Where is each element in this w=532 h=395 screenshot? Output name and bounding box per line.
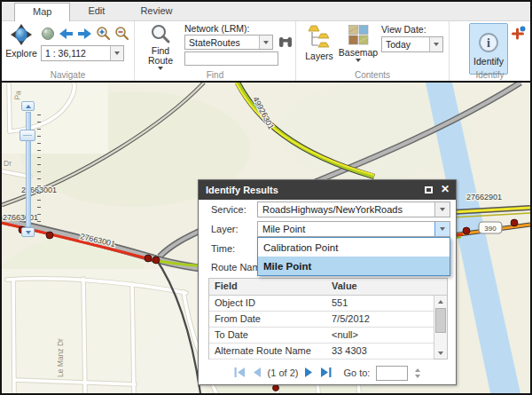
group-label-identify: Identify	[450, 70, 530, 80]
zoom-slider-ticks	[37, 115, 41, 225]
application-window: Map Edit Review Explore	[0, 0, 532, 395]
forward-arrow-icon[interactable]	[77, 28, 92, 43]
layer-label: Layer:	[211, 221, 239, 237]
basemap-label: Basemap	[339, 47, 378, 58]
layer-combobox[interactable]: Mile Point	[257, 221, 450, 237]
dialog-title: Identify Results	[206, 185, 278, 195]
page-status: (1 of 2)	[268, 367, 299, 378]
attributes-table: Field Value Object ID 551 From Date 7/5/…	[208, 278, 448, 359]
ribbon: Explore	[2, 21, 530, 81]
network-value: StateRoutes	[189, 36, 258, 49]
back-arrow-icon[interactable]	[59, 28, 74, 43]
network-lrm-label: Network (LRM):	[184, 23, 250, 34]
first-page-button[interactable]	[234, 367, 246, 379]
goto-label: Go to:	[343, 367, 370, 378]
zoom-slider-up-button[interactable]	[21, 101, 35, 111]
identify-results-dialog: Identify Results ✕ Service: RoadsHighway…	[198, 179, 457, 385]
value-cell: <null>	[326, 328, 433, 343]
tab-map[interactable]: Map	[14, 3, 70, 21]
group-find: Find Route Network (LRM): StateRoutes Fi…	[135, 21, 296, 81]
view-date-dropdown-arrow[interactable]	[429, 37, 442, 51]
network-dropdown-arrow[interactable]	[259, 36, 272, 49]
scale-dropdown-arrow[interactable]	[110, 46, 123, 60]
close-icon[interactable]: ✕	[441, 183, 450, 195]
identify-button-label: Identify	[473, 56, 504, 67]
field-cell: Alternate Route Name	[209, 344, 326, 359]
scale-value: 1 : 36,112	[45, 46, 109, 60]
identify-button[interactable]: i Identify	[469, 23, 508, 75]
last-page-button[interactable]	[320, 367, 332, 379]
svg-text:390: 390	[484, 225, 497, 233]
identify-route-tool-icon[interactable]	[512, 26, 526, 43]
scale-combobox[interactable]: 1 : 36,112	[41, 45, 124, 61]
basemap-caret-icon	[356, 59, 361, 62]
value-cell: 7/5/2012	[326, 312, 433, 327]
svg-text:i: i	[487, 36, 490, 50]
globe-icon[interactable]	[41, 27, 55, 44]
goto-spinner[interactable]	[415, 368, 420, 378]
zoom-slider-down-button[interactable]	[21, 227, 35, 237]
field-cell: From Date	[209, 312, 326, 327]
dropdown-option-calibration-point[interactable]: Calibration Point	[258, 238, 450, 257]
dialog-titlebar[interactable]: Identify Results ✕	[199, 180, 456, 200]
table-row: Alternate Route Name 33 4303	[209, 344, 434, 359]
previous-page-button[interactable]	[252, 367, 262, 379]
scrollbar-thumb[interactable]	[435, 308, 446, 333]
goto-page-input[interactable]	[376, 366, 408, 381]
zoom-in-icon[interactable]	[96, 26, 111, 44]
network-combobox[interactable]: StateRoutes	[184, 35, 273, 50]
table-scrollbar[interactable]	[434, 296, 447, 359]
view-date-value: Today	[386, 37, 428, 51]
next-page-button[interactable]	[304, 367, 314, 379]
table-header: Field Value	[209, 279, 447, 296]
zoom-out-icon[interactable]	[114, 26, 129, 44]
route-label-27663001-b: 27663001	[3, 213, 38, 222]
find-route-label: Find Route	[142, 46, 179, 66]
layers-button[interactable]: Layers	[303, 25, 335, 61]
scrollbar-down-icon[interactable]	[434, 347, 447, 359]
group-navigate: Explore	[2, 21, 135, 81]
layer-value: Mile Point	[262, 222, 434, 236]
tab-review[interactable]: Review	[122, 3, 190, 20]
value-cell: 33 4303	[326, 344, 433, 359]
group-label-find: Find	[135, 70, 295, 80]
pagination-bar: (1 of 2) Go to:	[199, 363, 456, 383]
zoom-slider-handle[interactable]	[20, 130, 35, 141]
time-label: Time:	[211, 241, 235, 257]
column-header-field: Field	[209, 279, 326, 295]
view-date-combobox[interactable]: Today	[381, 36, 443, 52]
route-search-input[interactable]	[184, 51, 278, 66]
view-date-label: View Date:	[381, 24, 426, 35]
tab-edit[interactable]: Edit	[70, 3, 122, 20]
maximize-icon[interactable]	[425, 186, 433, 194]
field-cell: To Date	[209, 328, 326, 343]
table-row: To Date <null>	[209, 328, 434, 344]
binoculars-icon[interactable]	[278, 36, 293, 51]
street-label-dr: Dr	[4, 159, 12, 168]
identify-icon: i	[477, 31, 500, 56]
group-identify: i Identify Identify	[450, 21, 530, 81]
street-label-le-manz-dr: Le Manz Dr	[56, 338, 65, 377]
find-route-icon	[150, 23, 171, 46]
group-label-contents: Contents	[296, 70, 449, 80]
explore-button[interactable]: Explore	[4, 23, 39, 59]
layer-dropdown-list: Calibration Point Mile Point	[257, 237, 450, 276]
service-dropdown-arrow[interactable]	[434, 202, 450, 217]
layers-label: Layers	[305, 51, 333, 61]
dropdown-option-mile-point[interactable]: Mile Point	[258, 257, 450, 275]
route-shield-390: 390	[479, 222, 502, 233]
layers-icon	[308, 25, 331, 51]
explore-icon	[10, 23, 33, 48]
scrollbar-up-icon[interactable]	[434, 296, 447, 307]
basemap-icon	[348, 25, 369, 47]
value-cell: 551	[326, 296, 433, 311]
column-header-value: Value	[326, 279, 433, 295]
service-combobox[interactable]: RoadsHighways/NewYorkRoads	[257, 201, 450, 217]
service-value: RoadsHighways/NewYorkRoads	[262, 202, 434, 217]
ribbon-tabstrip: Map Edit Review	[2, 2, 530, 21]
table-row: Object ID 551	[209, 296, 434, 312]
basemap-button[interactable]: Basemap	[339, 25, 378, 62]
find-route-button[interactable]: Find Route	[142, 23, 179, 70]
layer-dropdown-arrow[interactable]	[434, 222, 450, 236]
route-label-27662901: 27662901	[466, 193, 502, 201]
